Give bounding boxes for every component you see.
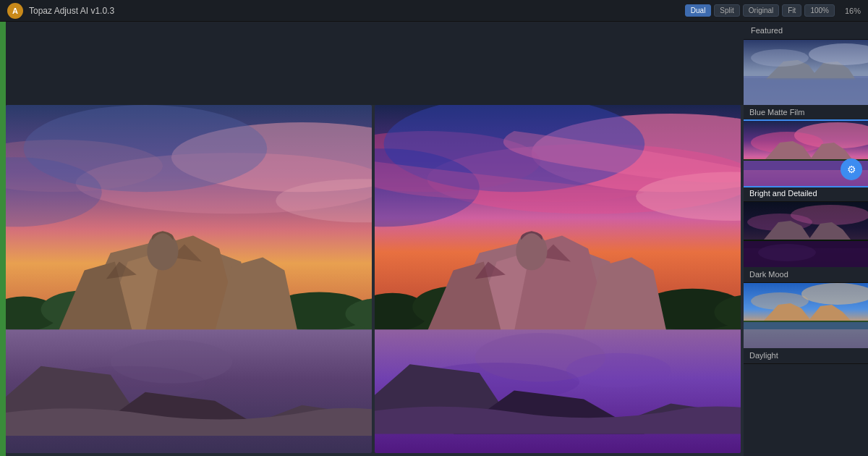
app-title: Topaz Adjust AI v1.0.3 <box>29 6 114 16</box>
left-green-bar <box>0 22 6 456</box>
app-logo: A <box>7 3 23 19</box>
svg-point-52 <box>758 244 816 261</box>
zoom-label: 16% <box>845 7 861 15</box>
preset-blue-matte-film[interactable]: Blue Matte Film <box>744 40 868 121</box>
preset-bright-and-detailed-thumbnail: ⚙ <box>744 121 868 186</box>
main-area: Featured <box>0 22 868 456</box>
preset-daylight-thumbnail <box>744 283 868 348</box>
topbar-controls: Dual Split Original Fit 100% 16% <box>685 4 861 17</box>
preset-daylight-label: Daylight <box>744 348 868 363</box>
right-panel: Featured <box>744 22 868 456</box>
view-split-button[interactable]: Split <box>714 4 739 17</box>
dual-view <box>6 105 744 456</box>
preset-dark-mood-thumbnail <box>744 202 868 267</box>
preset-daylight[interactable]: Daylight <box>744 283 868 364</box>
view-original-button[interactable]: Original <box>743 4 779 17</box>
canvas-area <box>6 22 744 456</box>
preset-blue-matte-film-label: Blue Matte Film <box>744 105 868 120</box>
adjust-icon: ⚙ <box>841 159 862 180</box>
view-fit-button[interactable]: Fit <box>782 4 801 17</box>
svg-rect-39 <box>744 78 868 105</box>
preset-dark-mood[interactable]: Dark Mood <box>744 202 868 283</box>
preset-bright-and-detailed-label: Bright and Detailed <box>744 186 868 201</box>
preset-dark-mood-label: Dark Mood <box>744 267 868 282</box>
svg-point-14 <box>147 232 178 271</box>
svg-rect-57 <box>744 322 868 348</box>
preset-bright-and-detailed[interactable]: ⚙ Bright and Detailed <box>744 121 868 202</box>
svg-point-32 <box>516 232 547 271</box>
view-100-button[interactable]: 100% <box>804 4 835 17</box>
svg-point-41 <box>751 49 809 67</box>
original-image-panel <box>6 105 372 453</box>
svg-point-36 <box>566 353 671 388</box>
canvas-top-strip <box>6 22 744 105</box>
topbar: A Topaz Adjust AI v1.0.3 Dual Split Orig… <box>0 0 868 22</box>
view-dual-button[interactable]: Dual <box>685 4 712 17</box>
right-panel-header: Featured <box>744 22 868 40</box>
enhanced-image-panel <box>375 105 741 453</box>
preset-blue-matte-film-thumbnail <box>744 40 868 105</box>
